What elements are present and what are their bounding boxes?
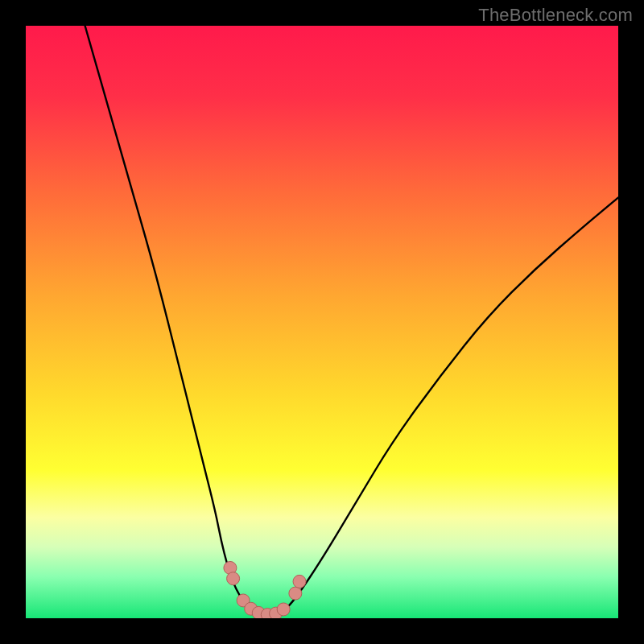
chart-frame: TheBottleneck.com	[0, 0, 644, 644]
valley-marker-8	[289, 587, 302, 600]
valley-marker-1	[227, 572, 240, 585]
valley-marker-7	[277, 603, 290, 616]
watermark-text: TheBottleneck.com	[478, 5, 633, 26]
valley-marker-9	[293, 575, 306, 588]
plot-area	[26, 26, 618, 618]
curve-path	[85, 26, 618, 615]
bottleneck-curve	[26, 26, 618, 618]
